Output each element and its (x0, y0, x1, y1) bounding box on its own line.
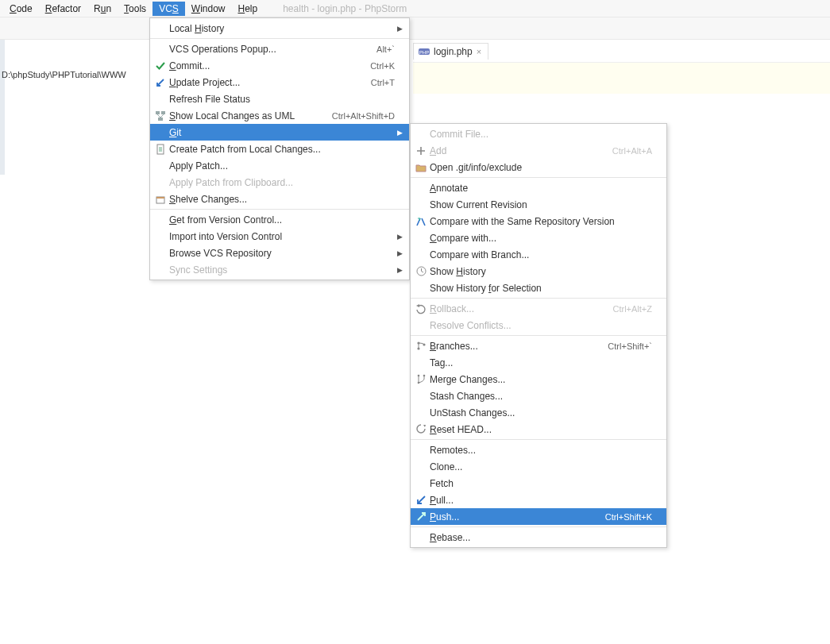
blank-icon (414, 282, 428, 295)
blank-icon (153, 230, 168, 243)
vcs-menu-commit[interactable]: Commit...Ctrl+K (150, 57, 409, 74)
svg-rect-3 (161, 111, 165, 114)
vcs-menu-show-local-changes-as-uml[interactable]: Show Local Changes as UMLCtrl+Alt+Shift+… (150, 107, 409, 124)
vcs-menu-browse-vcs-repository[interactable]: Browse VCS Repository▶ (150, 245, 409, 261)
menu-item-label: Open .git/info/exclude (428, 162, 652, 173)
php-file-icon: PHP (419, 46, 430, 57)
menu-item-label: Get from Version Control... (168, 214, 395, 226)
blank-icon (414, 477, 428, 490)
vcs-menu-get-from-version-control[interactable]: Get from Version Control... (150, 211, 409, 228)
merge-icon (414, 373, 428, 386)
vcs-menu-local-history[interactable]: Local History▶ (150, 20, 409, 37)
git-menu-resolve-conflicts: Resolve Conflicts... (411, 317, 666, 334)
blank-icon (153, 43, 168, 56)
menu-item-shortcut: Ctrl+Shift+` (598, 341, 652, 351)
menu-item-label: Sync Settings (168, 264, 395, 276)
submenu-arrow-icon: ▶ (395, 233, 403, 241)
menu-item-label: UnStash Changes... (428, 407, 652, 418)
vcs-menu-separator (150, 38, 409, 39)
menu-item-shortcut: Ctrl+Alt+A (603, 146, 652, 156)
close-icon[interactable]: × (477, 47, 481, 56)
vcs-menu-sync-settings: Sync Settings▶ (150, 261, 409, 278)
menu-item-label: Merge Changes... (428, 374, 652, 385)
menu-code[interactable]: Code (3, 2, 39, 16)
git-menu-show-current-revision[interactable]: Show Current Revision (411, 196, 666, 213)
vcs-menu-update-project[interactable]: Update Project...Ctrl+T (150, 74, 409, 91)
vcs-menu-refresh-file-status[interactable]: Refresh File Status (150, 91, 409, 107)
menu-item-label: Local History (168, 23, 395, 34)
blank-icon (153, 176, 168, 189)
git-menu-separator (411, 526, 666, 527)
git-menu-add: AddCtrl+Alt+A (411, 142, 666, 159)
tab-login-php[interactable]: PHP login.php × (413, 43, 488, 60)
menu-refactor[interactable]: Refactor (39, 2, 87, 16)
git-menu-reset-head[interactable]: Reset HEAD... (411, 421, 666, 438)
blank-icon (153, 160, 168, 172)
toolbar (0, 17, 830, 40)
git-menu-tag[interactable]: Tag... (411, 354, 666, 371)
menu-item-shortcut: Ctrl+K (361, 61, 395, 71)
git-menu-compare-with-the-same-repository-version[interactable]: Compare with the Same Repository Version (411, 213, 666, 229)
blank-icon (414, 531, 428, 544)
git-menu-pull[interactable]: Pull... (411, 492, 666, 508)
menu-item-shortcut: Ctrl+Shift+K (596, 512, 652, 522)
vcs-menu-vcs-operations-popup[interactable]: VCS Operations Popup...Alt+` (150, 40, 409, 57)
vcs-menu-apply-patch[interactable]: Apply Patch... (150, 157, 409, 174)
vcs-menu-shelve-changes[interactable]: Shelve Changes... (150, 191, 409, 207)
git-menu-unstash-changes[interactable]: UnStash Changes... (411, 404, 666, 421)
left-tool-gutter (0, 40, 5, 175)
menu-run[interactable]: Run (87, 2, 118, 16)
git-menu-separator (411, 439, 666, 440)
menu-vcs[interactable]: VCS (152, 2, 185, 16)
push-icon (414, 511, 428, 523)
git-menu-push[interactable]: Push...Ctrl+Shift+K (411, 508, 666, 525)
vcs-menu-separator (150, 209, 409, 210)
git-menu-stash-changes[interactable]: Stash Changes... (411, 388, 666, 404)
menubar: Code Refactor Run Tools VCS Window Help … (0, 0, 830, 17)
svg-point-12 (417, 375, 419, 377)
editor-tabs: PHP login.php × (413, 40, 488, 62)
blank-icon (414, 461, 428, 473)
svg-rect-4 (158, 118, 163, 121)
git-menu-compare-with-branch[interactable]: Compare with Branch... (411, 246, 666, 263)
menu-window[interactable]: Window (185, 2, 232, 16)
git-menu-remotes[interactable]: Remotes... (411, 442, 666, 458)
menu-item-label: Push... (428, 511, 596, 523)
git-menu-show-history[interactable]: Show History (411, 263, 666, 280)
git-menu-rebase[interactable]: Rebase... (411, 529, 666, 546)
menu-item-label: Rebase... (428, 532, 652, 543)
vcs-menu-import-into-version-control[interactable]: Import into Version Control▶ (150, 228, 409, 245)
git-menu-branches[interactable]: Branches...Ctrl+Shift+` (411, 337, 666, 354)
menu-item-shortcut: Alt+` (367, 44, 395, 54)
blank-icon (414, 357, 428, 369)
tab-label: login.php (434, 46, 473, 57)
svg-text:PHP: PHP (419, 50, 429, 55)
rollback-icon (414, 303, 428, 315)
menu-item-label: Git (168, 127, 395, 138)
blank-icon (414, 390, 428, 403)
git-menu-annotate[interactable]: Annotate (411, 179, 666, 196)
menu-item-label: Stash Changes... (428, 391, 652, 402)
menu-item-label: VCS Operations Popup... (168, 44, 367, 55)
menu-tools[interactable]: Tools (118, 2, 152, 16)
git-menu-merge-changes[interactable]: Merge Changes... (411, 371, 666, 388)
menu-help[interactable]: Help (232, 2, 264, 16)
git-menu-compare-with[interactable]: Compare with... (411, 229, 666, 246)
blank-icon (153, 264, 168, 276)
menu-item-label: Update Project... (168, 77, 361, 88)
git-menu-open-git-info-exclude[interactable]: Open .git/info/exclude (411, 159, 666, 175)
menu-item-label: Apply Patch... (168, 160, 395, 172)
git-menu-fetch[interactable]: Fetch (411, 475, 666, 492)
vcs-menu-git[interactable]: Git▶ (150, 124, 409, 141)
git-menu-separator (411, 298, 666, 299)
git-submenu: Commit File...AddCtrl+Alt+AOpen .git/inf… (410, 123, 667, 548)
menu-item-label: Shelve Changes... (168, 194, 395, 205)
git-menu-show-history-for-selection[interactable]: Show History for Selection (411, 280, 666, 296)
menu-item-label: Import into Version Control (168, 231, 395, 242)
menu-item-label: Apply Patch from Clipboard... (168, 177, 395, 188)
breadcrumb[interactable]: D:\phpStudy\PHPTutorial\WWW (0, 68, 128, 81)
blank-icon (414, 182, 428, 195)
git-menu-clone[interactable]: Clone... (411, 458, 666, 475)
menu-item-label: Reset HEAD... (428, 424, 652, 435)
vcs-menu-create-patch-from-local-changes[interactable]: Create Patch from Local Changes... (150, 141, 409, 157)
